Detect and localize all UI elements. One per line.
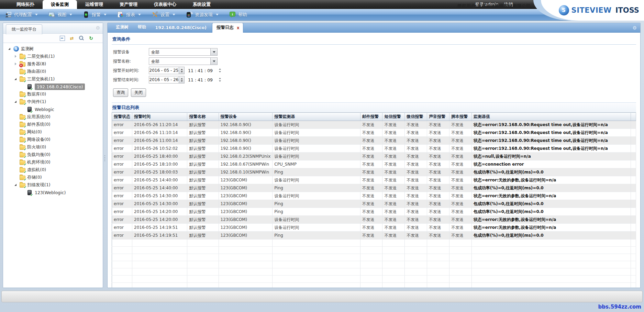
tree-item[interactable]: 虚拟机(0) <box>3 166 103 174</box>
menu-item-2[interactable]: 运维管理 <box>77 0 111 9</box>
column-header[interactable]: 声音报警 <box>427 113 449 121</box>
alarm-log-row[interactable]: error2016-05-25 14:40:00默认报警123(GBCOM)Pi… <box>112 184 636 192</box>
spinner-arrows-icon[interactable] <box>179 67 184 74</box>
menu-item-0[interactable]: 网络拓扑 <box>8 0 43 9</box>
alarm-log-row[interactable]: error2016-05-25 18:40:00默认报警192.168.0.23… <box>112 153 636 160</box>
sidebar-tab-unified-monitoring[interactable]: 统一监控平台 <box>6 24 42 34</box>
chevron-down-icon[interactable] <box>210 48 217 55</box>
tree-expand-icon[interactable] <box>13 184 18 186</box>
chevron-down-icon[interactable] <box>104 14 107 15</box>
chevron-down-icon[interactable] <box>138 14 141 15</box>
tree-item[interactable]: 扫描发现(1) <box>3 181 103 189</box>
tab-alarm-log[interactable]: 报警日志 x <box>212 23 243 33</box>
alarm-log-row[interactable]: error2016-05-25 14:30:00默认报警123(GBCOM)Pi… <box>112 200 636 208</box>
sync-icon[interactable] <box>69 35 75 41</box>
column-header[interactable]: 报警状态 <box>112 113 132 121</box>
tree-item[interactable]: 防火墙(0) <box>3 143 103 151</box>
tree-item[interactable]: 网络设备(0) <box>3 136 103 143</box>
alarm-log-row[interactable]: error2016-05-25 18:10:00默认报警192.168.0.67… <box>112 160 636 168</box>
tab-help[interactable]: 帮助 <box>134 23 150 32</box>
tree-item[interactable]: 网站(0) <box>3 128 103 136</box>
tree-item[interactable]: 192.168.0.248(Cisco) <box>3 83 103 90</box>
tab-monitor-tree[interactable]: 监测树 <box>112 23 132 32</box>
menu-item-4[interactable]: 仪表板中心 <box>146 0 185 9</box>
chevron-down-icon[interactable] <box>69 14 72 15</box>
alarm-log-row[interactable]: error2016-05-25 14:19:51默认报警123(GBCOM)设备… <box>112 224 636 232</box>
column-header[interactable]: 报警监测器 <box>273 113 360 121</box>
gear-icon[interactable] <box>96 25 100 31</box>
report-button[interactable]: 报表 <box>117 11 141 18</box>
end-date-spinner[interactable]: 2016 - 05 - 26 <box>149 76 185 83</box>
alarm-log-row[interactable]: error2016-05-25 14:40:00默认报警123(GBCOM)设备… <box>112 176 636 184</box>
tree-item[interactable]: 机房环境(0) <box>3 158 103 166</box>
alarm-name-select[interactable]: 全部 <box>149 57 218 65</box>
search-icon[interactable] <box>79 35 84 41</box>
tree-item[interactable]: 邮件系统(0) <box>3 121 103 128</box>
menu-item-1[interactable]: 设备监测 <box>43 0 77 9</box>
tree-expand-icon[interactable] <box>13 55 18 58</box>
tree-item[interactable]: 二层交换机(1) <box>3 53 103 60</box>
empty-cell <box>471 239 631 247</box>
tree-item[interactable]: 123(Weblogic) <box>3 189 103 196</box>
resource-discovery-button[interactable]: 资源发现 <box>186 11 219 18</box>
chevron-down-icon[interactable] <box>35 14 38 15</box>
alarm-log-row[interactable]: error2016-05-26 10:52:02默认报警192.168.0.90… <box>112 145 636 153</box>
spinner-arrows-icon[interactable] <box>219 78 221 82</box>
collapse-all-icon[interactable] <box>59 35 65 41</box>
close-icon[interactable]: x <box>237 26 240 30</box>
watermark-link[interactable]: bbs.594zz.com <box>598 304 641 310</box>
column-header[interactable]: 报警名称 <box>187 113 219 121</box>
start-date-spinner[interactable]: 2016 - 05 - 25 <box>149 67 185 74</box>
tree-expand-icon[interactable] <box>13 101 18 103</box>
alarm-log-row[interactable]: error2016-05-25 14:20:00默认报警123(GBCOM)Pi… <box>112 208 636 216</box>
spinner-arrows-icon[interactable] <box>179 76 184 83</box>
tree-item[interactable]: 存储(0) <box>3 174 103 181</box>
alarm-log-row[interactable]: error2016-05-26 11:20:14默认报警192.168.0.90… <box>112 121 636 129</box>
close-button[interactable]: 关闭 <box>131 88 146 97</box>
tree-item[interactable]: 路由器(0) <box>3 68 103 75</box>
tree-item[interactable]: Weblogic <box>3 105 103 113</box>
alarm-log-row[interactable]: error2016-05-25 14:20:00默认报警123(GBCOM)设备… <box>112 216 636 224</box>
view-button[interactable]: 视图 <box>48 11 72 18</box>
chevron-down-icon[interactable] <box>210 58 217 65</box>
panel-splitter[interactable] <box>103 155 106 161</box>
tree-item[interactable]: 监测树 <box>3 45 103 53</box>
alarm-device-select[interactable]: 全部 <box>149 48 218 56</box>
menu-item-5[interactable]: 系统设置 <box>185 0 219 9</box>
chevron-down-icon[interactable] <box>216 14 219 15</box>
column-header[interactable]: 微信报警 <box>405 113 427 121</box>
tree-expand-icon[interactable] <box>13 63 18 65</box>
end-time-value[interactable]: 11 : 41 : 09 <box>188 77 214 82</box>
tree-item[interactable]: 数据库(0) <box>3 90 103 98</box>
column-header[interactable]: 报警设备 <box>219 113 273 121</box>
chevron-down-icon[interactable] <box>173 14 175 15</box>
tree-item[interactable]: 服务器(8) <box>3 60 103 68</box>
help-button[interactable]: i 帮助 <box>229 11 247 18</box>
column-header[interactable]: 短信报警 <box>382 113 405 121</box>
tree-item[interactable]: 负载均衡(0) <box>3 151 103 158</box>
agent-config-button[interactable]: 代理配置 <box>5 11 38 18</box>
start-time-value[interactable]: 11 : 41 : 09 <box>188 68 214 73</box>
refresh-icon[interactable] <box>88 35 94 41</box>
tree-expand-icon[interactable] <box>7 48 11 50</box>
settings-button[interactable]: 设置 <box>151 11 175 18</box>
tab-device-cisco[interactable]: 192.168.0.248(Cisco) <box>152 23 210 32</box>
search-button[interactable]: 查询 <box>113 88 128 97</box>
tree-expand-icon[interactable] <box>13 78 18 80</box>
spinner-arrows-icon[interactable] <box>219 68 221 73</box>
tree-item[interactable]: 三层交换机(1) <box>3 75 103 83</box>
column-header[interactable]: 监测器值 <box>471 113 631 121</box>
gear-icon[interactable] <box>632 25 637 31</box>
column-header[interactable]: 报警时间 <box>132 113 187 121</box>
column-header[interactable]: 邮件报警 <box>360 113 382 121</box>
column-header[interactable]: 脚本报警 <box>449 113 471 121</box>
alarm-log-row[interactable]: error2016-05-26 11:10:14默认报警192.168.0.90… <box>112 129 636 137</box>
alarm-log-row[interactable]: error2016-05-25 18:00:03默认报警192.168.0.10… <box>112 168 636 176</box>
alarm-button[interactable]: 报警 <box>82 11 107 18</box>
menu-item-3[interactable]: 资产管理 <box>111 0 146 9</box>
tree-item[interactable]: 应用系统(0) <box>3 113 103 121</box>
tree-item[interactable]: 中间件(1) <box>3 98 103 105</box>
alarm-log-row[interactable]: error2016-05-26 11:00:14默认报警192.168.0.90… <box>112 137 636 145</box>
alarm-log-row[interactable]: error2016-05-25 14:30:00默认报警123(GBCOM)设备… <box>112 192 636 200</box>
alarm-log-row[interactable]: error2016-05-25 14:19:51默认报警123(GBCOM)Pi… <box>112 232 636 239</box>
